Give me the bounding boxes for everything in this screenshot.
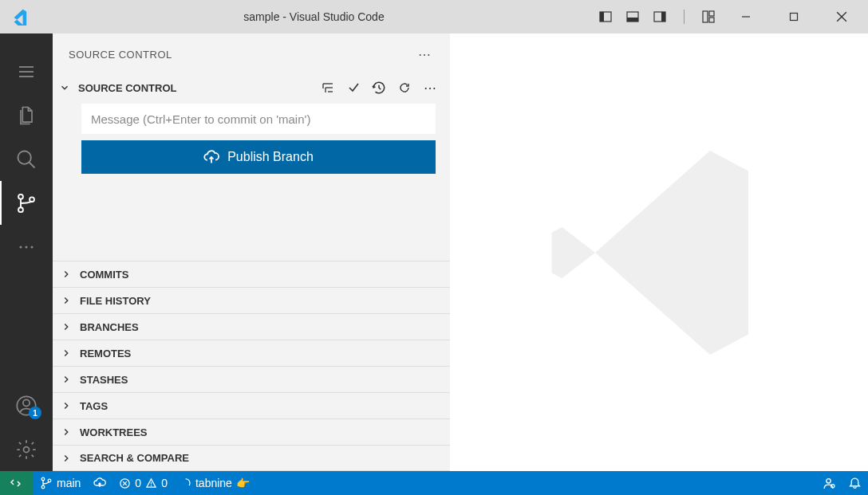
- cloud-upload-icon: [203, 149, 219, 165]
- maximize-button[interactable]: [777, 5, 811, 29]
- svg-point-33: [41, 485, 45, 489]
- source-control-section-header[interactable]: SOURCE CONTROL ⋯: [57, 75, 440, 100]
- section-label: TAGS: [80, 400, 108, 412]
- search-compare-section[interactable]: SEARCH & COMPARE: [53, 445, 450, 471]
- separator: [684, 10, 685, 24]
- vscode-logo-icon: [10, 7, 29, 26]
- editor-area: [450, 33, 868, 471]
- section-label: STASHES: [80, 374, 128, 386]
- git-branch-icon: [40, 477, 53, 489]
- person-icon: [822, 477, 835, 490]
- svg-point-20: [30, 197, 34, 202]
- branches-section[interactable]: BRANCHES: [53, 313, 450, 340]
- svg-point-25: [23, 399, 30, 406]
- source-control-icon[interactable]: [0, 181, 53, 225]
- close-button[interactable]: [825, 5, 858, 29]
- tabnine-indicator[interactable]: tabnine 👉: [174, 471, 256, 495]
- error-count: 0: [135, 477, 141, 489]
- problems-indicator[interactable]: 0 0: [112, 471, 174, 495]
- layout-customize-icon[interactable]: [702, 10, 715, 23]
- tabnine-label: tabnine: [195, 477, 232, 489]
- vscode-watermark-icon: [531, 125, 787, 380]
- commit-check-icon[interactable]: [346, 81, 361, 95]
- worktrees-section[interactable]: WORKTREES: [53, 418, 450, 445]
- search-icon[interactable]: [0, 137, 53, 181]
- explorer-icon[interactable]: [0, 93, 53, 137]
- section-label: WORKTREES: [80, 426, 148, 438]
- branch-name: main: [57, 477, 81, 489]
- chevron-right-icon: [59, 269, 73, 280]
- source-control-sidebar: SOURCE CONTROL ⋯ SOURCE CONTROL ⋯: [53, 33, 450, 471]
- panel-right-icon[interactable]: [653, 10, 666, 23]
- error-icon: [119, 477, 131, 489]
- svg-point-26: [24, 446, 30, 452]
- publish-branch-wrapper: Publish Branch: [81, 140, 436, 174]
- sidebar-more-icon[interactable]: ⋯: [415, 44, 435, 65]
- activity-bar: 1: [0, 33, 53, 471]
- svg-point-22: [26, 246, 28, 248]
- section-actions: ⋯: [321, 81, 440, 95]
- svg-point-34: [48, 479, 51, 482]
- feedback-indicator[interactable]: [815, 471, 842, 495]
- svg-rect-1: [600, 12, 604, 22]
- status-bar: main 0 0 tabnine 👉: [0, 471, 868, 495]
- chevron-right-icon: [59, 348, 73, 359]
- section-label: REMOTES: [80, 348, 131, 359]
- svg-rect-10: [791, 14, 798, 21]
- menu-icon[interactable]: [0, 49, 53, 93]
- history-icon[interactable]: [372, 81, 386, 95]
- refresh-icon[interactable]: [397, 81, 412, 95]
- warning-count: 0: [161, 477, 168, 489]
- publish-branch-button[interactable]: Publish Branch: [81, 140, 436, 174]
- panel-left-icon[interactable]: [599, 10, 612, 23]
- svg-point-19: [18, 207, 23, 212]
- svg-line-17: [30, 162, 35, 167]
- chevron-right-icon: [59, 295, 73, 306]
- commit-message-input[interactable]: [81, 104, 436, 134]
- svg-rect-3: [627, 18, 638, 22]
- bell-icon: [848, 477, 862, 490]
- section-label: SEARCH & COMPARE: [80, 452, 189, 464]
- svg-point-23: [31, 246, 34, 248]
- warning-icon: [145, 477, 157, 489]
- svg-point-21: [20, 246, 22, 248]
- commit-message-input-wrapper: [81, 104, 436, 134]
- chevron-right-icon: [59, 426, 73, 438]
- window-title: sample - Visual Studio Code: [29, 10, 599, 23]
- more-icon[interactable]: [0, 225, 53, 269]
- loading-icon: [180, 477, 191, 489]
- notifications-indicator[interactable]: [842, 471, 868, 495]
- svg-point-16: [18, 151, 31, 163]
- svg-rect-5: [661, 12, 665, 22]
- section-label: BRANCHES: [80, 321, 139, 333]
- tree-view-icon[interactable]: [321, 81, 335, 95]
- chevron-down-icon: [57, 82, 72, 93]
- remotes-section[interactable]: REMOTES: [53, 340, 450, 366]
- tags-section[interactable]: TAGS: [53, 392, 450, 418]
- chevron-right-icon: [59, 374, 73, 385]
- file-history-section[interactable]: FILE HISTORY: [53, 287, 450, 313]
- sidebar-header: SOURCE CONTROL ⋯: [53, 33, 450, 75]
- publish-branch-label: Publish Branch: [227, 150, 314, 164]
- commits-section[interactable]: COMMITS: [53, 261, 450, 287]
- svg-point-39: [151, 485, 152, 486]
- sync-indicator[interactable]: [87, 471, 112, 495]
- minimize-button[interactable]: [729, 5, 763, 29]
- stashes-section[interactable]: STASHES: [53, 366, 450, 392]
- panel-bottom-icon[interactable]: [626, 10, 639, 23]
- svg-point-32: [41, 477, 45, 481]
- branch-indicator[interactable]: main: [34, 471, 87, 495]
- accounts-badge: 1: [29, 407, 41, 419]
- cloud-icon: [93, 477, 106, 489]
- sidebar-title: SOURCE CONTROL: [69, 49, 415, 61]
- svg-rect-6: [703, 11, 708, 22]
- remote-indicator[interactable]: [0, 471, 34, 495]
- chevron-right-icon: [59, 453, 73, 464]
- main-area: 1 SOURCE CONTROL ⋯ SOURCE CONTROL ⋯: [0, 33, 868, 471]
- svg-rect-7: [709, 11, 714, 16]
- section-title: SOURCE CONTROL: [78, 82, 314, 94]
- settings-gear-icon[interactable]: [0, 427, 53, 471]
- section-label: COMMITS: [80, 269, 128, 281]
- accounts-icon[interactable]: 1: [0, 383, 53, 427]
- more-actions-icon[interactable]: ⋯: [423, 81, 437, 95]
